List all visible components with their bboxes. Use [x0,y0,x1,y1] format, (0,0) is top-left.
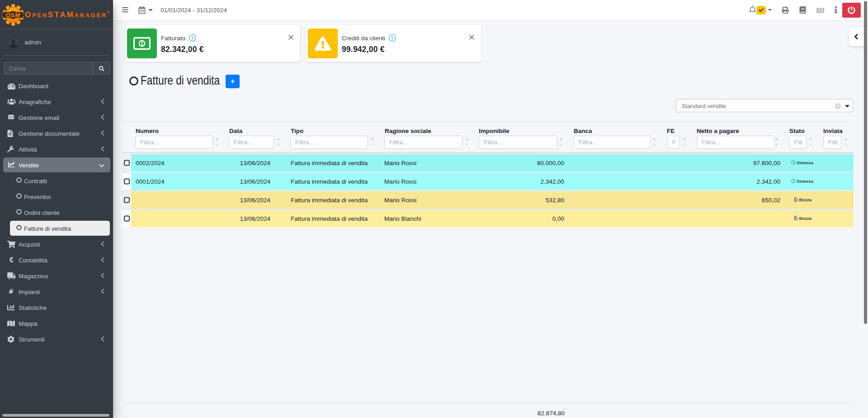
svg-text:OSM: OSM [6,12,21,19]
svg-text:?: ? [191,36,194,41]
svg-text:1: 1 [141,41,143,46]
svg-text:?: ? [391,36,394,41]
